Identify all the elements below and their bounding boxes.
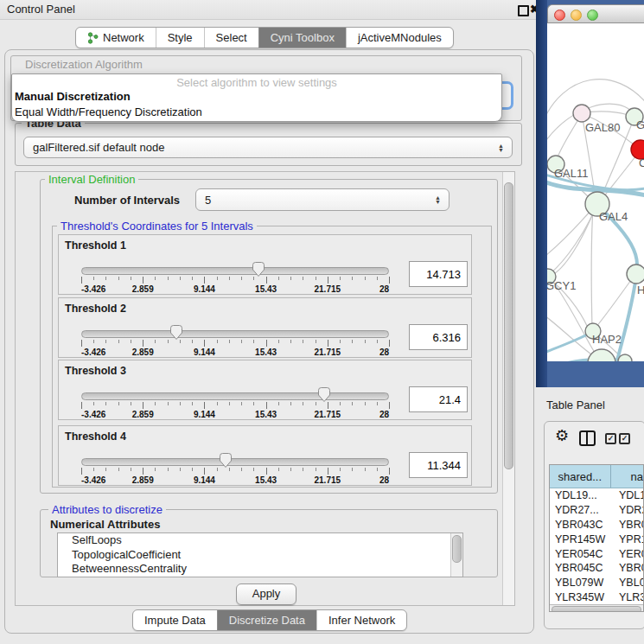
tab-cyni-toolbox[interactable]: Cyni Toolbox	[258, 28, 346, 48]
split-columns-icon[interactable]	[579, 430, 596, 446]
column-header-name[interactable]: na	[611, 465, 643, 488]
table-row[interactable]: YLR345WYLR3	[550, 590, 643, 604]
column-header-shared-name[interactable]: shared...	[550, 465, 611, 488]
cell-name: YBR0	[614, 519, 643, 531]
table-row[interactable]: YPR145WYPR1	[550, 532, 643, 546]
network-edge[interactable]	[552, 281, 601, 361]
threshold-3-value-field[interactable]	[409, 386, 468, 412]
tick-mark	[389, 277, 390, 284]
tick-mark	[253, 468, 254, 471]
zoom-traffic-light[interactable]	[587, 10, 598, 21]
tick-mark	[229, 277, 230, 280]
tick-mark	[81, 468, 82, 475]
checkbox-icon-2[interactable]: ✓	[619, 433, 630, 444]
cell-name: YPR1	[614, 533, 643, 545]
gear-icon[interactable]: ⚙	[555, 428, 569, 443]
scale-label: 28	[379, 410, 389, 419]
table-row[interactable]: YBR043CYBR0	[550, 518, 643, 532]
slider-handle[interactable]	[219, 452, 233, 469]
attribute-item-betweennesscentrality[interactable]: BetweennessCentrality	[58, 562, 462, 577]
threshold-4-value-field[interactable]	[409, 452, 468, 478]
table-row[interactable]: YDR27...YDR2	[550, 503, 643, 518]
threshold-slider[interactable]: -3.4262.8599.14415.4321.71528	[81, 450, 389, 485]
attribute-item-selfloops[interactable]: SelfLoops	[58, 533, 462, 548]
tab-impute-data[interactable]: Impute Data	[133, 610, 217, 630]
table-data-combo[interactable]: galFiltered.sif default node ▲▼	[23, 137, 513, 158]
tick-mark	[352, 340, 353, 343]
tick-mark	[217, 468, 218, 471]
threshold-slider[interactable]: -3.4262.8599.14415.4321.71528	[81, 259, 389, 294]
network-window-titlebar[interactable]	[547, 4, 644, 23]
table-row[interactable]: YER054CYER0	[550, 546, 643, 561]
threshold-slider[interactable]: -3.4262.8599.14415.4321.71528	[81, 385, 389, 419]
thresholds-group: Threshold 1 -3.4262.8599.14415.4321.7152…	[52, 226, 492, 488]
number-of-intervals-combo[interactable]: 5 ▲▼	[195, 188, 450, 211]
tab-network[interactable]: Network	[76, 28, 156, 48]
threshold-slider[interactable]: -3.4262.8599.14415.4321.71528	[81, 322, 389, 357]
tick-mark	[340, 468, 341, 471]
network-edge[interactable]	[591, 207, 593, 328]
tab-jactivemnodules[interactable]: jActiveMNodules	[346, 28, 453, 48]
slider-track[interactable]	[81, 392, 389, 400]
application-root: Control Panel ✖ NetworkStyleSelectCyni T…	[0, 0, 644, 644]
slider-track[interactable]	[81, 458, 389, 466]
threshold-1-value-field[interactable]	[409, 261, 468, 287]
threshold-label: Threshold 1	[65, 239, 126, 252]
float-window-icon[interactable]	[518, 5, 529, 16]
slider-handle[interactable]	[169, 324, 183, 341]
tab-infer-network[interactable]: Infer Network	[316, 610, 406, 630]
slider-track[interactable]	[81, 330, 389, 338]
tick-mark	[168, 277, 169, 280]
network-edge[interactable]	[551, 204, 596, 276]
slider-handle[interactable]	[252, 261, 265, 277]
tick-mark	[229, 340, 230, 343]
table-row[interactable]: YBR045CYBR0	[550, 561, 643, 576]
cell-shared-name: YER054C	[550, 548, 614, 560]
table-horizontal-scrollbar[interactable]	[550, 604, 643, 612]
tab-discretize-data[interactable]: Discretize Data	[217, 610, 316, 630]
combo-arrows-icon: ▲▼	[435, 195, 441, 204]
tab-style[interactable]: Style	[156, 28, 204, 48]
network-edge[interactable]	[550, 212, 594, 274]
network-canvas[interactable]: GAL80GACGAL11GAL4GCY1HHAP2	[547, 23, 644, 361]
slider-handle[interactable]	[317, 386, 331, 403]
settings-vertical-scrollbar[interactable]	[502, 172, 514, 605]
apply-button[interactable]: Apply	[236, 583, 296, 605]
table-scrollbar-thumb[interactable]	[552, 606, 641, 612]
tick-mark	[131, 402, 131, 405]
tick-mark	[168, 468, 169, 471]
network-bottom-big-node[interactable]	[588, 349, 615, 361]
network-h-node[interactable]	[627, 265, 644, 284]
list-scrollbar[interactable]	[450, 533, 462, 577]
cell-shared-name: YLR345W	[550, 591, 614, 603]
minimize-traffic-light[interactable]	[571, 10, 582, 21]
settings-scrollbar-thumb[interactable]	[504, 182, 513, 469]
threshold-panel-2: Threshold 2 -3.4262.8599.14415.4321.7152…	[58, 297, 472, 358]
tick-mark	[241, 340, 242, 343]
tick-mark	[340, 402, 341, 405]
tick-mark	[81, 402, 82, 409]
tab-select[interactable]: Select	[204, 28, 258, 48]
cyni-toolbox-panel: Discretization Algorithm Select algorith…	[4, 49, 534, 634]
checkbox-icon-1[interactable]: ✓	[605, 433, 616, 444]
tick-mark	[266, 340, 267, 347]
network-gal80-node[interactable]	[573, 105, 590, 122]
numerical-attributes-list[interactable]: SelfLoopsTopologicalCoefficientBetweenne…	[57, 532, 463, 577]
threshold-2-value-field[interactable]	[409, 324, 468, 350]
network-edge-thick[interactable]	[616, 276, 636, 361]
close-traffic-light[interactable]	[554, 10, 565, 21]
option-manual-discretization[interactable]: Manual Discretization	[15, 90, 131, 103]
attribute-item-topologicalcoefficient[interactable]: TopologicalCoefficient	[58, 548, 462, 563]
slider-track[interactable]	[81, 267, 389, 275]
option-equal-width-frequency[interactable]: Equal Width/Frequency Discretization	[15, 105, 202, 118]
tick-mark	[316, 340, 316, 343]
scale-label: 2.859	[132, 284, 154, 294]
list-scrollbar-thumb[interactable]	[452, 535, 462, 563]
control-panel-titlebar: Control Panel ✖	[0, 0, 538, 20]
algorithm-placeholder-option[interactable]: Select algorithm to view settings	[12, 76, 501, 89]
table-row[interactable]: YBL079WYBL0	[550, 576, 643, 590]
table-row[interactable]: YDL19...YDL1	[550, 488, 643, 503]
tick-mark	[105, 402, 106, 405]
tick-mark	[105, 277, 106, 280]
tick-mark	[389, 468, 390, 475]
